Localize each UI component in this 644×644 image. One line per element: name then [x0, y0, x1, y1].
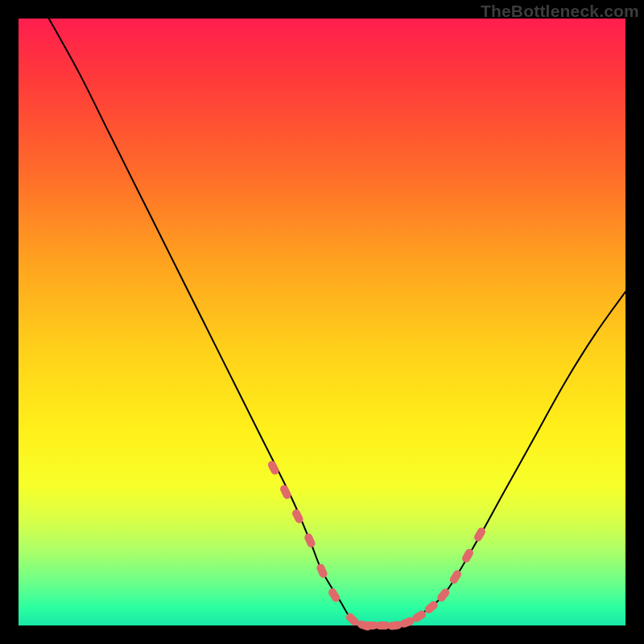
chart-frame: TheBottleneck.com — [0, 0, 644, 644]
marker-group — [266, 460, 487, 632]
curve-marker — [266, 460, 280, 477]
chart-plot-area — [19, 19, 625, 625]
curve-marker — [279, 484, 292, 501]
watermark-text: TheBottleneck.com — [481, 2, 639, 21]
curve-marker — [448, 568, 463, 585]
curve-marker — [316, 563, 328, 580]
curve-marker — [303, 532, 316, 549]
curve-marker — [387, 621, 402, 630]
bottleneck-curve — [49, 19, 625, 626]
chart-svg — [19, 19, 625, 625]
